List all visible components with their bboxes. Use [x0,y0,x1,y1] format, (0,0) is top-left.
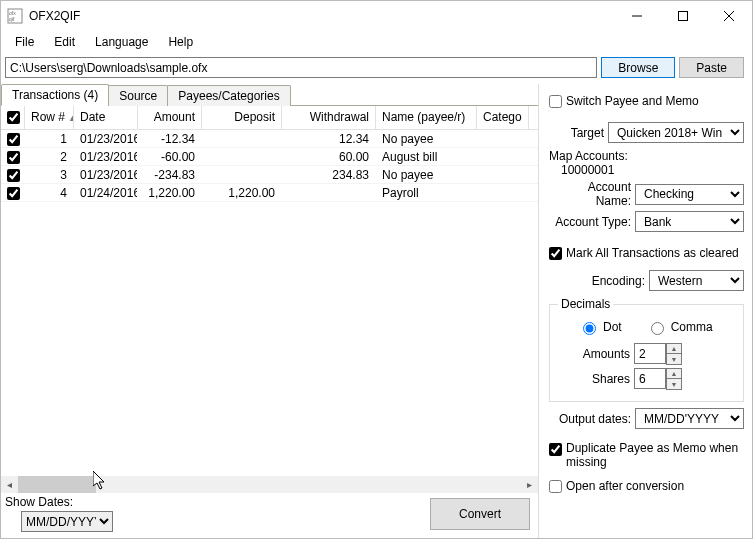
tab-source[interactable]: Source [108,85,168,106]
row-checkbox[interactable] [7,133,20,146]
row-checkbox[interactable] [7,169,20,182]
mark-cleared-checkbox[interactable]: Mark All Transactions as cleared [549,246,744,260]
minimize-button[interactable] [614,1,660,31]
menu-help[interactable]: Help [160,33,201,51]
cell-row: 4 [25,186,74,200]
table-header: Row #▲ Date Amount Deposit Withdrawal Na… [1,106,538,130]
show-dates-label: Show Dates: [5,495,107,509]
spin-up-icon[interactable]: ▲ [667,344,681,354]
cell-date: 01/24/2016 [74,186,138,200]
spin-down-icon[interactable]: ▼ [667,379,681,389]
file-path-input[interactable] [5,57,597,78]
header-name[interactable]: Name (payee/r) [376,106,477,129]
convert-button[interactable]: Convert [430,498,530,530]
decimals-legend: Decimals [558,297,613,311]
table-body: 101/23/2016-12.3412.34No payee201/23/201… [1,130,538,476]
comma-radio[interactable]: Comma [646,319,713,335]
svg-text:qif: qif [9,16,15,22]
footer-row: Show Dates: MM/DD/YYYY Convert [1,493,538,538]
header-amount[interactable]: Amount [138,106,202,129]
cell-name: Payroll [376,186,477,200]
encoding-select[interactable]: Western [649,270,744,291]
app-icon: ofxqif [7,8,23,24]
scroll-left-icon[interactable]: ◂ [1,476,18,493]
row-checkbox[interactable] [7,187,20,200]
switch-payee-memo-checkbox[interactable]: Switch Payee and Memo [549,94,744,108]
account-id: 10000001 [561,163,744,177]
cell-amount: -12.34 [138,132,202,146]
header-deposit[interactable]: Deposit [202,106,282,129]
cell-withdrawal: 60.00 [282,150,376,164]
header-checkbox[interactable] [1,106,25,129]
scroll-track[interactable] [18,476,521,493]
tabs: Transactions (4)SourcePayees/Categories [1,84,538,106]
cell-date: 01/23/2016 [74,132,138,146]
spin-down-icon[interactable]: ▼ [667,354,681,364]
table-row[interactable]: 401/24/20161,220.001,220.00Payroll [1,184,538,202]
cell-withdrawal: 234.83 [282,168,376,182]
cell-deposit: 1,220.00 [202,186,282,200]
cell-date: 01/23/2016 [74,150,138,164]
account-type-select[interactable]: Bank [635,211,744,232]
scroll-thumb[interactable] [18,476,96,493]
cell-amount: 1,220.00 [138,186,202,200]
cell-name: No payee [376,168,477,182]
browse-button[interactable]: Browse [601,57,675,78]
map-accounts-label: Map Accounts: [549,149,744,163]
account-name-label: Account Name: [549,180,631,208]
main-area: Transactions (4)SourcePayees/Categories … [1,84,752,538]
target-select[interactable]: Quicken 2018+ Win [608,122,744,143]
cell-amount: -234.83 [138,168,202,182]
svg-rect-4 [679,12,688,21]
left-column: Transactions (4)SourcePayees/Categories … [1,84,539,538]
table-row[interactable]: 301/23/2016-234.83234.83No payee [1,166,538,184]
scroll-right-icon[interactable]: ▸ [521,476,538,493]
close-button[interactable] [706,1,752,31]
header-date[interactable]: Date [74,106,138,129]
cell-row: 2 [25,150,74,164]
amounts-spinner[interactable]: ▲▼ [634,343,682,365]
window-controls [614,1,752,31]
encoding-label: Encoding: [549,274,645,288]
right-panel: Switch Payee and Memo Target Quicken 201… [539,84,752,538]
target-label: Target [549,126,604,140]
cell-date: 01/23/2016 [74,168,138,182]
header-withdrawal[interactable]: Withdrawal [282,106,376,129]
menu-language[interactable]: Language [87,33,156,51]
header-category[interactable]: Catego [477,106,529,129]
cell-row: 1 [25,132,74,146]
header-row[interactable]: Row #▲ [25,106,74,129]
menu-file[interactable]: File [7,33,42,51]
shares-label: Shares [558,372,630,386]
menu-edit[interactable]: Edit [46,33,83,51]
amounts-label: Amounts [558,347,630,361]
spin-up-icon[interactable]: ▲ [667,369,681,379]
window-title: OFX2QIF [29,9,614,23]
duplicate-payee-checkbox[interactable]: Duplicate Payee as Memo when missing [549,441,744,469]
tab-payees-categories[interactable]: Payees/Categories [167,85,290,106]
cell-name: August bill [376,150,477,164]
shares-spinner[interactable]: ▲▼ [634,368,682,390]
output-dates-select[interactable]: MM/DD'YYYY [635,408,744,429]
dot-radio[interactable]: Dot [578,319,622,335]
transactions-table: Row #▲ Date Amount Deposit Withdrawal Na… [1,106,538,493]
cell-amount: -60.00 [138,150,202,164]
cell-name: No payee [376,132,477,146]
tab-transactions[interactable]: Transactions (4) [1,84,109,106]
open-after-checkbox[interactable]: Open after conversion [549,479,744,493]
cell-withdrawal: 12.34 [282,132,376,146]
maximize-button[interactable] [660,1,706,31]
cell-row: 3 [25,168,74,182]
row-checkbox[interactable] [7,151,20,164]
horizontal-scrollbar[interactable]: ◂ ▸ [1,476,538,493]
account-name-select[interactable]: Checking [635,184,744,205]
menu-bar: FileEditLanguageHelp [1,31,752,53]
paste-button[interactable]: Paste [679,57,744,78]
show-dates-select[interactable]: MM/DD/YYYY [21,511,113,532]
output-dates-label: Output dates: [549,412,631,426]
table-row[interactable]: 201/23/2016-60.0060.00August bill [1,148,538,166]
file-path-row: Browse Paste [1,53,752,84]
title-bar: ofxqif OFX2QIF [1,1,752,31]
table-row[interactable]: 101/23/2016-12.3412.34No payee [1,130,538,148]
account-type-label: Account Type: [549,215,631,229]
